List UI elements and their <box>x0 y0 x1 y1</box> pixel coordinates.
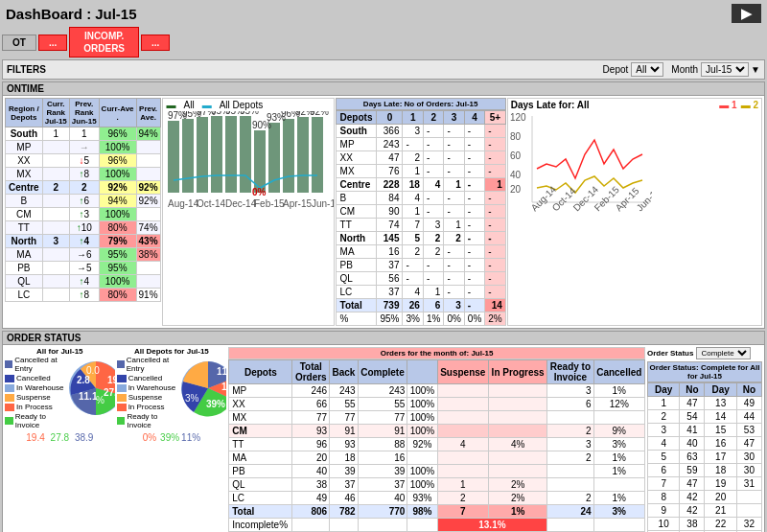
table-row: 6591830 <box>648 464 762 477</box>
svg-text:Jun-15: Jun-15 <box>312 198 334 209</box>
table-row: MA1622 - - - <box>336 245 505 259</box>
pie1-pct: 19.4 27.8 38.9 <box>5 432 115 443</box>
svg-rect-6 <box>254 130 266 193</box>
depot-label: Depot <box>603 64 629 75</box>
legend2-in-warehouse: In Warehouse <box>117 383 177 392</box>
red-button-1[interactable]: ... <box>38 35 67 51</box>
table-row: MP243 - - - - - <box>336 138 505 151</box>
table-row: XX472 - - - - <box>336 151 505 165</box>
svg-rect-9 <box>297 117 309 193</box>
svg-text:92%: 92% <box>310 111 329 117</box>
svg-rect-8 <box>283 119 294 193</box>
svg-rect-0 <box>168 121 179 193</box>
ot-button[interactable]: OT <box>2 35 36 51</box>
days-late-chart: Days Late for: All ▬ 1 ▬ 2 120 80 60 40 … <box>507 98 762 326</box>
days-late-table: Depots 0 1 2 3 4 5+ South3663 - - - - MP… <box>336 110 506 326</box>
svg-text:%: % <box>96 395 105 405</box>
header-bar: DashBoard : Jul-15 ▶ <box>2 2 765 25</box>
svg-text:40: 40 <box>510 170 522 180</box>
table-row: MX777777100% <box>229 411 645 425</box>
table-row: PB→595% <box>6 262 161 275</box>
legend-in-warehouse: In Warehouse <box>5 383 65 392</box>
svg-text:39%: 39% <box>206 399 225 409</box>
svg-text:19.4: 19.4 <box>107 375 114 385</box>
table-row: 10382232 <box>648 518 762 531</box>
table-row: XX↓596% <box>6 154 161 168</box>
legend2-cancelled-entry: Cancelled at Entry <box>117 356 177 373</box>
legend-cancelled-entry: Cancelled at Entry <box>5 356 65 373</box>
table-row: Incomplete%13.1% <box>229 519 645 532</box>
table-row: LC3741 - - - <box>336 286 505 299</box>
table-row: MP→100% <box>6 141 161 154</box>
table-row: 94221 <box>648 504 762 518</box>
table-row: Centre2292%92% <box>6 181 161 195</box>
pie-all-depots-container: All Depots for Jul-15 Cancelled at Entry… <box>117 347 227 532</box>
red-button-2[interactable]: ... <box>141 35 170 51</box>
pie1-title: All for Jul-15 <box>5 347 115 356</box>
svg-text:60: 60 <box>510 150 522 161</box>
chart-depots-label: All Depots <box>220 100 264 110</box>
pie2-title: All Depots for Jul-15 <box>117 347 227 356</box>
month-select[interactable]: Jul-15 <box>701 62 749 77</box>
svg-rect-10 <box>312 117 323 193</box>
svg-text:Apr-15: Apr-15 <box>283 198 312 209</box>
days-late-svg: 120 80 60 40 20 Aug-14 Oct-14 Dec-14 Feb… <box>508 111 652 217</box>
orders-table: Depots TotalOrders Back Complete Suspens… <box>228 359 645 532</box>
table-row: North145522 - - <box>336 232 505 245</box>
orders-table-container: Orders for the month of: Jul-15 Depots T… <box>228 347 645 532</box>
table-row: TT↑1080%74% <box>6 221 161 235</box>
order-status-select[interactable]: Complete <box>696 347 751 359</box>
ontime-section: ONTIME Region /Depots Curr.RankJul-15 Pr… <box>2 81 765 329</box>
table-row: North3↑479%43% <box>6 235 161 248</box>
table-row: QL↑4100% <box>6 275 161 289</box>
table-row: LC↑880%91% <box>6 289 161 302</box>
days-late-chart-title: Days Late for: All <box>511 100 590 110</box>
pie1-svg: 19.4 27.8 11.1 2.8 0.0 % <box>67 359 114 417</box>
svg-text:11.1: 11.1 <box>79 391 98 402</box>
pie1-legend: Cancelled at Entry Cancelled In Warehous… <box>5 356 65 430</box>
table-row: 4401647 <box>648 437 762 451</box>
depot-select[interactable]: All <box>631 62 663 77</box>
svg-text:Feb-15: Feb-15 <box>254 198 285 209</box>
svg-rect-5 <box>240 116 251 193</box>
col-curr-rank: Curr.RankJul-15 <box>42 99 69 127</box>
table-row: QL383737100%12% <box>229 478 645 492</box>
table-row: MX↑8100% <box>6 168 161 181</box>
svg-text:27.8: 27.8 <box>104 387 114 398</box>
svg-text:11%: 11% <box>217 366 226 377</box>
table-row: South1196%94% <box>6 127 161 141</box>
ontime-bar-chart: ▬All ▬All Depots <box>162 98 335 326</box>
table-row: MP246243243100%31% <box>229 384 645 398</box>
table-row: XX665555100%612% <box>229 398 645 411</box>
table-row: Centre2281841 -1 <box>336 178 505 192</box>
svg-text:0%: 0% <box>252 187 267 197</box>
ontime-title: ONTIME <box>3 82 764 96</box>
table-row: South3663 - - - - <box>336 125 505 138</box>
filter-arrow-icon: ▼ <box>751 64 760 75</box>
table-row: 1471349 <box>648 397 762 410</box>
legend-in-process: In Process <box>5 403 65 411</box>
col-prev-rank: Prev.RankJun-15 <box>69 99 99 127</box>
table-row: TT96938892%44%33% <box>229 438 645 451</box>
svg-rect-2 <box>197 117 208 193</box>
table-row: TT74731 - - <box>336 219 505 232</box>
table-row: MX761 - - - - <box>336 165 505 178</box>
svg-text:2.8: 2.8 <box>77 375 90 385</box>
svg-text:95%: 95% <box>240 111 259 116</box>
col-region: Region /Depots <box>6 99 43 127</box>
incomp-orders-button[interactable]: INCOMP.ORDERS <box>69 27 139 58</box>
table-row: CM901 - - - - <box>336 205 505 219</box>
legend-ready-invoice: Ready to Invoice <box>5 412 65 429</box>
forward-arrow-button[interactable]: ▶ <box>732 4 761 23</box>
pie-all-container: All for Jul-15 Cancelled at Entry Cancel… <box>5 347 115 532</box>
order-status-title: ORDER STATUS <box>3 332 764 345</box>
dashboard-title: DashBoard : <box>6 6 91 22</box>
svg-text:3%: 3% <box>185 393 199 404</box>
table-row: Total80678277098%71%243% <box>229 505 645 519</box>
legend2-ready-invoice: Ready to Invoice <box>117 412 177 429</box>
legend-suspense: Suspense <box>5 393 65 402</box>
table-row: 2541444 <box>648 410 762 424</box>
order-status-select-label: Order Status <box>647 349 693 358</box>
dashboard: DashBoard : Jul-15 ▶ OT ... INCOMP.ORDER… <box>0 0 767 532</box>
complete-table-header: Order Status: Complete for All for Jul-1… <box>647 361 762 382</box>
